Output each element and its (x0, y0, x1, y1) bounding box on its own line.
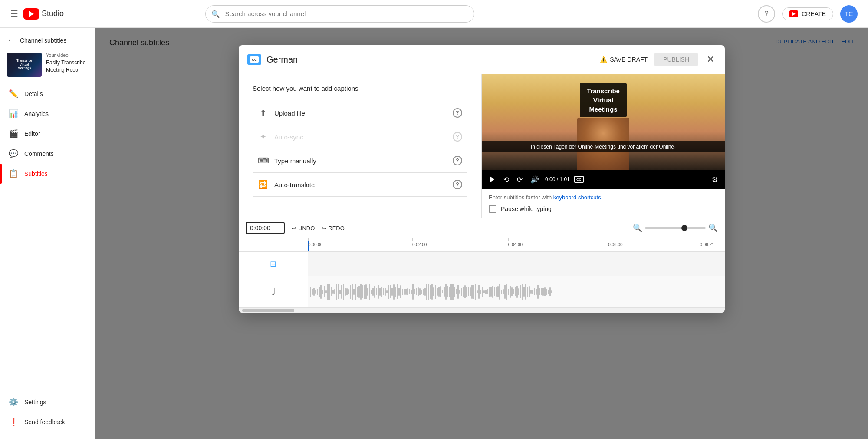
wave-bar (466, 287, 467, 297)
sidebar: ← Channel subtitles TranscribeVirtualMee… (0, 28, 95, 439)
wave-bar (353, 289, 355, 295)
redo-icon: ↪ (322, 225, 326, 231)
sidebar-item-details[interactable]: ✏️ Details (0, 84, 95, 104)
pause-typing-row: Pause while typing (489, 205, 718, 213)
sidebar-label-analytics: Analytics (24, 110, 49, 117)
user-avatar[interactable]: TC (840, 5, 858, 23)
zoom-in-icon[interactable]: 🔍 (708, 223, 718, 233)
wave-bar (489, 287, 490, 296)
wave-bar (426, 284, 427, 300)
create-button[interactable]: CREATE (782, 7, 833, 20)
wave-bar (506, 284, 507, 300)
wave-bar (454, 287, 455, 297)
search-input[interactable] (205, 5, 474, 23)
time-total: 1:01 (559, 176, 569, 182)
wave-bar (312, 289, 313, 295)
forward-button[interactable]: ⟳ (515, 175, 524, 185)
wave-bar (310, 287, 311, 297)
wave-bar (518, 288, 519, 295)
volume-button[interactable]: 🔊 (529, 175, 541, 185)
zoom-out-icon[interactable]: 🔍 (633, 223, 642, 233)
save-draft-button[interactable]: ⚠️ SAVE DRAFT (600, 56, 648, 63)
play-button[interactable] (487, 175, 497, 184)
audio-waveform (308, 276, 725, 307)
top-navigation: ☰ Studio 🔍 ? CREATE TC (0, 0, 868, 28)
wave-bar (336, 284, 337, 300)
wave-bar (345, 288, 346, 296)
caption-option-upload[interactable]: ⬆ Upload file ? (253, 101, 467, 125)
wave-bar (402, 289, 403, 294)
wave-bar (503, 289, 504, 294)
youtube-studio-logo[interactable]: Studio (23, 8, 64, 20)
wave-bar (365, 284, 367, 299)
wave-bar (501, 290, 502, 294)
ruler-mark-6m: 0:06:00 (608, 238, 622, 247)
rewind-button[interactable]: ⟲ (502, 175, 511, 185)
settings-gear-button[interactable]: ⚙ (710, 175, 720, 185)
wave-bar (541, 288, 542, 296)
wave-bar (339, 290, 341, 294)
pause-typing-checkbox[interactable] (489, 205, 496, 213)
close-dialog-button[interactable]: ✕ (705, 52, 716, 67)
wave-bar (494, 287, 495, 296)
video-controls: ⟲ ⟳ 🔊 0:00 / 1:01 CC ⚙ (482, 170, 725, 189)
sidebar-item-analytics[interactable]: 📊 Analytics (0, 104, 95, 124)
caption-option-autosync: ✦ Auto-sync ? (253, 125, 467, 149)
sidebar-label-feedback: Send feedback (24, 419, 65, 426)
wave-bar (346, 288, 348, 295)
scrollbar-thumb[interactable] (242, 309, 294, 312)
timeline-subtitle-track[interactable] (308, 252, 725, 276)
wave-bar (412, 284, 414, 299)
wave-bar (470, 287, 471, 297)
wave-bar (445, 284, 447, 300)
caption-option-autotranslate[interactable]: 🔁 Auto-translate ? (253, 173, 467, 197)
caption-option-type[interactable]: ⌨ Type manually ? (253, 149, 467, 173)
keyboard-icon: ⌨ (258, 156, 268, 165)
upload-icon: ⬆ (258, 108, 268, 118)
keyboard-shortcuts-link[interactable]: keyboard shortcuts (553, 194, 601, 201)
publish-button[interactable]: PUBLISH (654, 53, 698, 66)
wave-bar (405, 289, 407, 294)
wave-bar (440, 286, 441, 297)
dialog-left-panel: Select how you want to add captions ⬆ Up… (239, 74, 482, 218)
hamburger-menu-icon[interactable]: ☰ (10, 9, 18, 19)
wave-bar (452, 284, 454, 300)
zoom-slider-thumb (681, 225, 687, 231)
autosync-icon: ✦ (258, 132, 268, 142)
video-thumbnail: TranscribeVirtualMeetings In diesen Tage… (482, 74, 725, 170)
wave-bar (464, 285, 466, 298)
wave-bar (390, 285, 391, 299)
undo-button[interactable]: ↩ UNDO (292, 225, 315, 231)
sidebar-item-subtitles[interactable]: 📋 Subtitles (0, 164, 95, 184)
wave-bar (332, 290, 334, 294)
timeline-right-panel: 0:00:00 0:02:00 0:04:00 (308, 238, 725, 307)
wave-bar (520, 285, 521, 298)
sidebar-item-settings[interactable]: ⚙️ Settings (0, 392, 95, 412)
wave-bar (442, 290, 443, 293)
wave-bar (537, 285, 539, 299)
autotranslate-help-icon[interactable]: ? (453, 180, 462, 189)
sidebar-item-feedback[interactable]: ❗ Send feedback (0, 412, 95, 432)
ruler-mark-8m: 0:08:21 (700, 238, 714, 247)
wave-bar (386, 290, 388, 294)
upload-help-icon[interactable]: ? (453, 108, 462, 118)
wave-bar (324, 286, 325, 298)
wave-bar (496, 287, 497, 297)
sidebar-item-comments[interactable]: 💬 Comments (0, 144, 95, 164)
help-button[interactable]: ? (758, 5, 775, 23)
wave-bar (393, 284, 395, 300)
sidebar-back-button[interactable]: ← Channel subtitles (0, 31, 95, 49)
editor-icon: 🎬 (9, 129, 17, 139)
sidebar-item-editor[interactable]: 🎬 Editor (0, 124, 95, 144)
cc-icon[interactable]: CC (574, 176, 584, 183)
keyboard-shortcuts-prefix: Enter subtitles faster with (489, 194, 552, 201)
type-help-icon[interactable]: ? (453, 156, 462, 165)
wave-bar (490, 287, 492, 297)
timeline-time-input[interactable] (246, 222, 285, 234)
wave-bar (334, 289, 335, 294)
zoom-slider[interactable] (645, 227, 706, 229)
timeline-scrollbar[interactable] (239, 307, 725, 313)
wave-bar (322, 290, 323, 294)
autotranslate-label: Auto-translate (274, 181, 315, 188)
redo-button[interactable]: ↪ REDO (322, 225, 345, 231)
